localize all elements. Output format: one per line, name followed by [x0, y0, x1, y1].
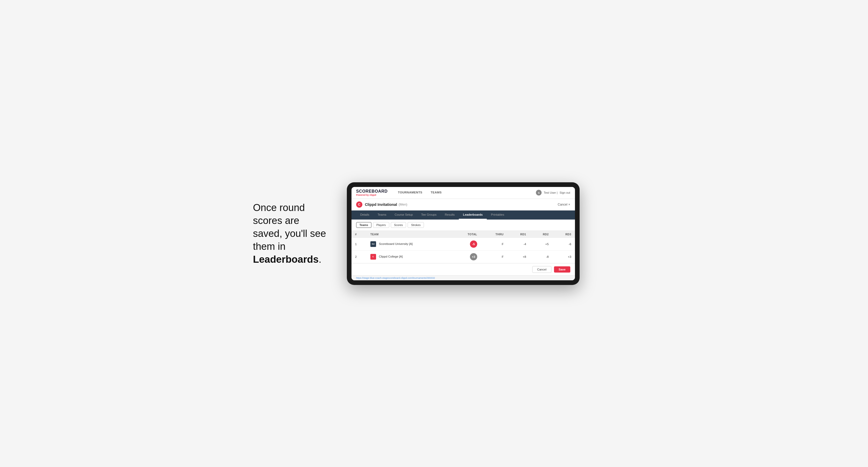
tab-details[interactable]: Details: [356, 211, 373, 220]
avatar: S: [536, 190, 541, 195]
nav-right: S Test User | Sign out: [536, 190, 570, 195]
filter-scores[interactable]: Scores: [391, 222, 406, 228]
cell-total: -5: [452, 238, 481, 251]
col-thru: THRU: [481, 231, 507, 238]
tab-teams[interactable]: Teams: [373, 211, 391, 220]
tab-leaderboards[interactable]: Leaderboards: [459, 211, 487, 220]
nav-tabs: TOURNAMENTS TEAMS: [394, 187, 446, 198]
cell-total: +3: [452, 250, 481, 263]
score-badge: +3: [470, 253, 477, 260]
col-total: TOTAL: [452, 231, 481, 238]
table-row: 1 SU Scoreboard University [A] -5 F -4 +…: [351, 238, 575, 251]
filter-strokes[interactable]: Strokes: [408, 222, 424, 228]
nav-tab-teams[interactable]: TEAMS: [427, 187, 446, 198]
team-name: Clippd College [A]: [379, 255, 403, 258]
tab-printables[interactable]: Printables: [487, 211, 508, 220]
nav-tab-tournaments[interactable]: TOURNAMENTS: [394, 187, 427, 198]
tablet-frame: SCOREBOARD Powered by clippd TOURNAMENTS…: [347, 182, 580, 285]
url-text: https://stage-blue-coach.stagescoreboard…: [356, 277, 435, 279]
cell-team: SU Scoreboard University [A]: [367, 238, 452, 251]
intro-text: Once round scores are saved, you'll see …: [253, 201, 326, 266]
cell-rank: 1: [351, 238, 367, 251]
cell-rd1: +8: [507, 250, 530, 263]
cell-thru: F: [481, 250, 507, 263]
col-rd2: RD2: [530, 231, 552, 238]
sub-nav: Details Teams Course Setup Tee Groups Re…: [351, 211, 575, 220]
save-button[interactable]: Save: [554, 266, 570, 273]
table-row: 2 C Clippd College [A] +3 F +8 -8 +3: [351, 250, 575, 263]
cell-rd3: -6: [552, 238, 575, 251]
tablet-screen: SCOREBOARD Powered by clippd TOURNAMENTS…: [351, 187, 575, 280]
url-bar: https://stage-blue-coach.stagescoreboard…: [351, 275, 575, 280]
col-team: TEAM: [367, 231, 452, 238]
cancel-button[interactable]: Cancel: [532, 266, 551, 273]
cell-rd2: -8: [530, 250, 552, 263]
intro-line3: saved, you'll see: [253, 228, 326, 239]
logo-powered: Powered by clippd: [356, 194, 388, 196]
score-badge: -5: [470, 241, 477, 248]
user-name: Test User |: [544, 191, 557, 194]
leaderboard-table: # TEAM TOTAL THRU RD1 RD2 RD3 1 SU Score…: [351, 231, 575, 263]
filter-players[interactable]: Players: [373, 222, 389, 228]
logo-area: SCOREBOARD Powered by clippd: [356, 189, 388, 196]
filter-bar: Teams Players Scores Strokes: [351, 220, 575, 231]
col-rd3: RD3: [552, 231, 575, 238]
col-rd1: RD1: [507, 231, 530, 238]
leaderboard-table-container: # TEAM TOTAL THRU RD1 RD2 RD3 1 SU Score…: [351, 231, 575, 263]
intro-line2: scores are: [253, 215, 299, 226]
team-logo-img: C: [370, 254, 376, 260]
logo-text: SCOREBOARD: [356, 189, 388, 194]
tournament-icon: C: [356, 201, 362, 208]
tab-results[interactable]: Results: [441, 211, 459, 220]
tournament-gender: (Men): [399, 203, 407, 206]
sign-out-link[interactable]: Sign out: [560, 191, 570, 194]
col-rank: #: [351, 231, 367, 238]
cell-rd1: -4: [507, 238, 530, 251]
cancel-x-button[interactable]: Cancel ×: [558, 203, 570, 206]
intro-line4: them in: [253, 241, 285, 252]
tournament-name: Clippd Invitational: [365, 203, 397, 207]
intro-bold: Leaderboards: [253, 254, 319, 265]
table-header-row: # TEAM TOTAL THRU RD1 RD2 RD3: [351, 231, 575, 238]
tab-tee-groups[interactable]: Tee Groups: [417, 211, 441, 220]
tournament-header: C Clippd Invitational (Men) Cancel ×: [351, 199, 575, 211]
top-nav: SCOREBOARD Powered by clippd TOURNAMENTS…: [351, 187, 575, 199]
team-name: Scoreboard University [A]: [379, 242, 413, 245]
tab-course-setup[interactable]: Course Setup: [391, 211, 417, 220]
cell-rank: 2: [351, 250, 367, 263]
cell-rd2: +5: [530, 238, 552, 251]
team-logo-img: SU: [370, 241, 376, 247]
cell-team: C Clippd College [A]: [367, 250, 452, 263]
filter-teams[interactable]: Teams: [356, 222, 372, 228]
intro-line1: Once round: [253, 202, 305, 213]
footer: Cancel Save: [351, 263, 575, 275]
cell-thru: F: [481, 238, 507, 251]
cell-rd3: +3: [552, 250, 575, 263]
